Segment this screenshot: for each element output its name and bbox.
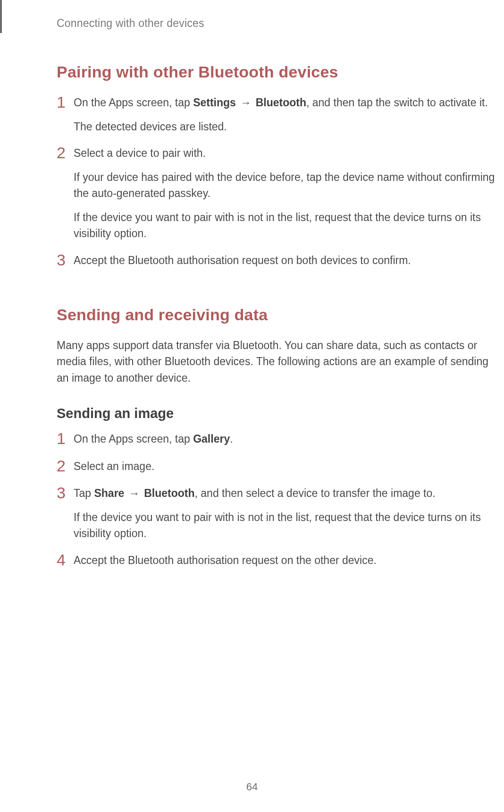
- text-run: If the device you want to pair with is n…: [74, 211, 481, 240]
- step-number: 3: [57, 484, 74, 502]
- bold-text: Bluetooth: [144, 487, 194, 499]
- step-number: 3: [57, 251, 74, 269]
- step-number: 1: [57, 430, 74, 447]
- step-body: On the Apps screen, tap Settings → Bluet…: [74, 94, 503, 135]
- subheading-sending-image: Sending an image: [57, 406, 503, 421]
- step-body: Accept the Bluetooth authorisation reque…: [74, 552, 503, 569]
- text-run: Accept the Bluetooth authorisation reque…: [74, 254, 411, 266]
- document-page: Connecting with other devices Pairing wi…: [0, 0, 504, 812]
- bold-text: Share: [94, 487, 124, 499]
- pairing-steps-list: 1On the Apps screen, tap Settings → Blue…: [57, 94, 503, 269]
- sending-data-intro: Many apps support data transfer via Blue…: [57, 337, 503, 386]
- step-paragraph: If the device you want to pair with is n…: [74, 209, 503, 242]
- step-body: Select a device to pair with.If your dev…: [74, 145, 503, 242]
- step-body: On the Apps screen, tap Gallery.: [74, 431, 503, 447]
- text-run: The detected devices are listed.: [74, 120, 227, 133]
- bold-text: Bluetooth: [256, 96, 306, 109]
- step-paragraph: If your device has paired with the devic…: [74, 169, 503, 202]
- step-number: 2: [57, 457, 74, 475]
- step-paragraph: Accept the Bluetooth authorisation reque…: [74, 552, 503, 569]
- step-paragraph: On the Apps screen, tap Gallery.: [74, 431, 503, 447]
- sending-image-steps-list: 1On the Apps screen, tap Gallery.2Select…: [57, 431, 503, 569]
- step-body: Tap Share → Bluetooth, and then select a…: [74, 485, 503, 542]
- numbered-step: 2Select an image.: [57, 458, 503, 475]
- text-run: If your device has paired with the devic…: [74, 171, 495, 200]
- text-run: , and then tap the switch to activate it…: [306, 96, 488, 109]
- text-run: If the device you want to pair with is n…: [74, 511, 481, 540]
- numbered-step: 1On the Apps screen, tap Gallery.: [57, 431, 503, 447]
- numbered-step: 2Select a device to pair with.If your de…: [57, 145, 503, 242]
- arrow-icon: →: [126, 487, 143, 499]
- text-run: .: [230, 433, 233, 445]
- step-paragraph: Tap Share → Bluetooth, and then select a…: [74, 485, 503, 502]
- page-number: 64: [0, 781, 504, 793]
- bold-text: Settings: [193, 96, 236, 109]
- bold-text: Gallery: [193, 433, 230, 445]
- text-run: Select an image.: [74, 460, 154, 472]
- text-run: Select a device to pair with.: [74, 147, 206, 159]
- step-paragraph: If the device you want to pair with is n…: [74, 509, 503, 542]
- text-run: Tap: [74, 487, 94, 499]
- section-title-sending-data: Sending and receiving data: [57, 306, 503, 324]
- numbered-step: 3Tap Share → Bluetooth, and then select …: [57, 485, 503, 542]
- page-content: Pairing with other Bluetooth devices 1On…: [0, 63, 504, 569]
- section-title-pairing: Pairing with other Bluetooth devices: [57, 63, 503, 81]
- step-number: 1: [57, 94, 74, 111]
- step-paragraph: The detected devices are listed.: [74, 119, 503, 135]
- text-run: , and then select a device to transfer t…: [195, 487, 436, 499]
- text-run: On the Apps screen, tap: [74, 96, 193, 109]
- step-body: Select an image.: [74, 458, 503, 475]
- text-run: Accept the Bluetooth authorisation reque…: [74, 554, 377, 566]
- step-paragraph: On the Apps screen, tap Settings → Bluet…: [74, 94, 503, 111]
- step-body: Accept the Bluetooth authorisation reque…: [74, 252, 503, 269]
- arrow-icon: →: [237, 96, 254, 109]
- numbered-step: 1On the Apps screen, tap Settings → Blue…: [57, 94, 503, 135]
- step-paragraph: Accept the Bluetooth authorisation reque…: [74, 252, 503, 269]
- step-number: 2: [57, 144, 74, 162]
- numbered-step: 4Accept the Bluetooth authorisation requ…: [57, 552, 503, 569]
- step-paragraph: Select an image.: [74, 458, 503, 475]
- header-accent-bar: [0, 0, 2, 33]
- step-paragraph: Select a device to pair with.: [74, 145, 503, 162]
- text-run: On the Apps screen, tap: [74, 433, 193, 445]
- step-number: 4: [57, 551, 74, 569]
- numbered-step: 3Accept the Bluetooth authorisation requ…: [57, 252, 503, 269]
- running-header: Connecting with other devices: [0, 17, 504, 30]
